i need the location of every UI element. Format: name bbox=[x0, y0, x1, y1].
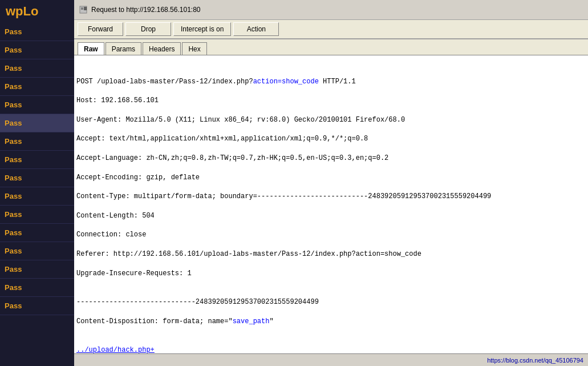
svg-rect-1 bbox=[81, 7, 83, 10]
tabs-bar: Raw Params Headers Hex bbox=[74, 39, 588, 55]
main-panel: Request to http://192.168.56.101:80 Forw… bbox=[74, 0, 588, 366]
content-line: Content-Disposition: form-data; name="sa… bbox=[76, 317, 586, 327]
sidebar-item-11[interactable]: Pass bbox=[0, 224, 74, 242]
sidebar-item-6[interactable]: Pass bbox=[0, 132, 74, 151]
logo-text: wpLo bbox=[6, 4, 38, 19]
content-line: Content-Type: multipart/form-data; bound… bbox=[76, 192, 586, 202]
action-button[interactable]: Action bbox=[233, 22, 279, 36]
intercept-button[interactable]: Intercept is on bbox=[173, 22, 231, 36]
sidebar-item-0[interactable]: Pass bbox=[0, 23, 74, 41]
sidebar-item-3[interactable]: Pass bbox=[0, 78, 74, 96]
toolbar: Forward Drop Intercept is on Action bbox=[74, 20, 588, 39]
sidebar-item-12[interactable]: Pass bbox=[0, 242, 74, 260]
content-line: Upgrade-Insecure-Requests: 1 bbox=[76, 269, 586, 279]
title-bar: Request to http://192.168.56.101:80 bbox=[74, 0, 588, 20]
sidebar-item-7[interactable]: Pass bbox=[0, 151, 74, 169]
sidebar: wpLo PassPassPassPassPassPassPassPassPas… bbox=[0, 0, 74, 366]
sidebar-item-8[interactable]: Pass bbox=[0, 169, 74, 187]
content-line: -----------------------------24839205912… bbox=[76, 297, 586, 307]
tab-hex[interactable]: Hex bbox=[182, 42, 206, 55]
tab-params[interactable]: Params bbox=[106, 42, 141, 55]
content-line: POST /upload-labs-master/Pass-12/index.p… bbox=[76, 77, 586, 87]
drop-button[interactable]: Drop bbox=[125, 22, 171, 36]
status-bar: https://blog.csdn.net/qq_45106794 bbox=[74, 353, 588, 366]
content-line: ../upload/hack.php+ bbox=[76, 345, 586, 353]
sidebar-item-15[interactable]: Pass bbox=[0, 297, 74, 315]
content-line: Accept: text/html,application/xhtml+xml,… bbox=[76, 134, 586, 144]
content-line: Content-Length: 504 bbox=[76, 211, 586, 221]
sidebar-logo: wpLo bbox=[0, 0, 74, 23]
forward-button[interactable]: Forward bbox=[78, 22, 123, 36]
request-content: POST /upload-labs-master/Pass-12/index.p… bbox=[74, 55, 588, 353]
content-line: Referer: http://192.168.56.101/upload-la… bbox=[76, 250, 586, 259]
sidebar-item-14[interactable]: Pass bbox=[0, 279, 74, 297]
content-line: Host: 192.168.56.101 bbox=[76, 96, 586, 106]
content-line: Accept-Language: zh-CN,zh;q=0.8,zh-TW;q=… bbox=[76, 154, 586, 163]
content-line: Accept-Encoding: gzip, deflate bbox=[76, 173, 586, 183]
sidebar-item-1[interactable]: Pass bbox=[0, 41, 74, 59]
title-icon bbox=[79, 5, 88, 14]
tab-headers[interactable]: Headers bbox=[143, 42, 181, 55]
title-text: Request to http://192.168.56.101:80 bbox=[91, 6, 200, 14]
tab-raw[interactable]: Raw bbox=[78, 42, 104, 55]
content-line: Connection: close bbox=[76, 230, 586, 240]
sidebar-item-13[interactable]: Pass bbox=[0, 260, 74, 279]
content-line: User-Agent: Mozilla/5.0 (X11; Linux x86_… bbox=[76, 115, 586, 125]
sidebar-item-2[interactable]: Pass bbox=[0, 59, 74, 78]
sidebar-item-5[interactable]: Pass bbox=[0, 114, 74, 132]
sidebar-item-4[interactable]: Pass bbox=[0, 96, 74, 114]
sidebar-items: PassPassPassPassPassPassPassPassPassPass… bbox=[0, 23, 74, 366]
sidebar-item-10[interactable]: Pass bbox=[0, 206, 74, 224]
status-link: https://blog.csdn.net/qq_45106794 bbox=[487, 357, 583, 364]
sidebar-item-9[interactable]: Pass bbox=[0, 187, 74, 206]
